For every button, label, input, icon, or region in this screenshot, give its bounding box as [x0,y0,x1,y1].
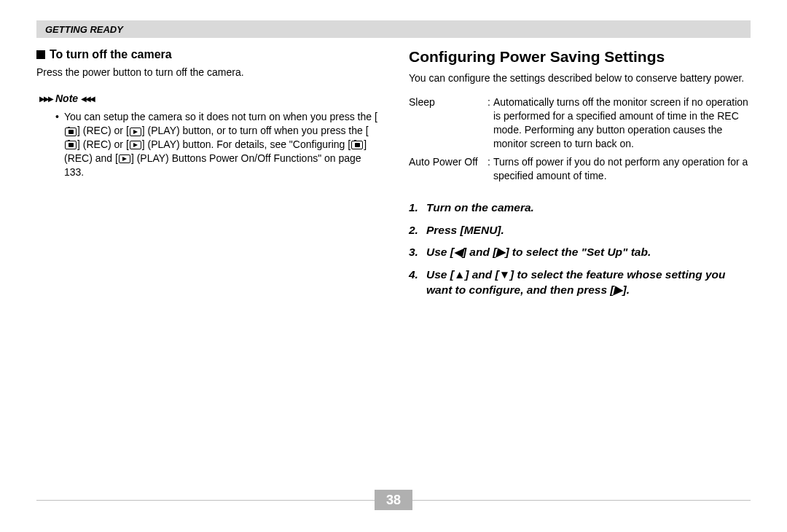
step-number: 3. [409,245,426,260]
step-number: 1. [409,200,426,216]
note-arrows-right-icon: ▶▶▶ [39,94,52,104]
play-icon [130,128,141,136]
step-item: 4.Use [▲] and [▼] to select the feature … [409,267,751,298]
square-bullet-icon [36,50,45,59]
right-column: Configuring Power Saving Settings You ca… [409,47,751,305]
function-list: Sleep:Automatically turns off the monito… [409,95,751,182]
step-text: Press [MENU]. [426,223,504,238]
camera-rec-icon [65,128,77,136]
function-name: Sleep [409,95,488,151]
note-text-1: You can setup the camera so it does not … [64,111,377,122]
footer-rule-right [412,500,751,501]
step-text: Use [▲] and [▼] to select the feature wh… [426,267,751,298]
section-header-bar: Getting Ready [36,20,751,38]
subsection-heading-text: To turn off the camera [50,47,172,63]
page-number: 38 [375,490,412,510]
section-header-text: Getting Ready [45,24,123,35]
step-number: 4. [409,267,426,298]
play-icon [130,141,141,149]
note-arrows-left-icon: ◀◀◀ [81,94,94,104]
manual-page: Getting Ready To turn off the camera Pre… [0,0,787,305]
function-desc: :Automatically turns off the monitor scr… [488,95,751,151]
step-text: Use [◀] and [▶] to select the "Set Up" t… [426,245,651,260]
function-row: Sleep:Automatically turns off the monito… [409,95,751,151]
section-title: Configuring Power Saving Settings [409,47,751,67]
step-item: 3.Use [◀] and [▶] to select the "Set Up"… [409,245,751,260]
left-column: To turn off the camera Press the power b… [36,47,378,305]
section-intro: You can configure the settings described… [409,71,751,85]
step-list: 1.Turn on the camera.2.Press [MENU].3.Us… [409,200,751,299]
function-row: Auto Power Off:Turns off power if you do… [409,155,751,183]
step-text: Turn on the camera. [426,200,534,216]
bullet-icon: • [55,110,59,124]
note-label: Note [55,92,78,106]
note-text-2: ] (REC) or [ [77,125,129,136]
note-text-4: ] (REC) or [ [77,138,129,150]
camera-rec-icon [65,141,77,149]
play-icon [119,154,130,163]
camera-rec-icon [351,141,363,149]
note-body: • You can setup the camera so it does no… [64,110,378,179]
step-number: 2. [409,223,426,238]
two-column-layout: To turn off the camera Press the power b… [36,47,751,305]
step-item: 1.Turn on the camera. [409,200,751,216]
note-text-5: ] (PLAY) button. For details, see "Confi… [142,138,351,150]
footer-rule-left [36,500,375,501]
subsection-body: Press the power button to turn off the c… [36,66,378,79]
step-item: 2.Press [MENU]. [409,223,751,238]
note-heading: ▶▶▶ Note ◀◀◀ [39,92,378,106]
page-footer: 38 [36,490,751,510]
function-desc: :Turns off power if you do not perform a… [488,155,751,183]
subsection-heading: To turn off the camera [36,47,378,63]
note-text-3: ] (PLAY) button, or to turn off when you… [142,125,369,136]
function-name: Auto Power Off [409,155,488,183]
